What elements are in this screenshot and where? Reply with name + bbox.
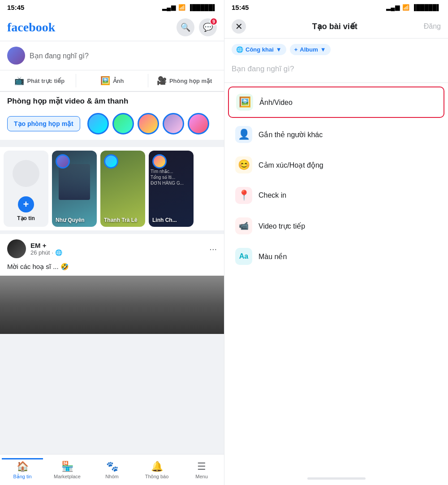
post-action-bar: 📺 Phát trực tiếp 🖼️ Ảnh 🎥 Phòng họp mặt	[0, 70, 224, 92]
create-story-icon: +	[18, 196, 34, 212]
signal-icon: ▂▄▆	[162, 4, 175, 11]
menu-icon: ☰	[197, 461, 206, 472]
emotion-icon-box: 😊	[235, 156, 252, 173]
post-privacy-icon: 🌐	[55, 249, 62, 256]
plus-icon: +	[294, 46, 298, 53]
live-icon: 📺	[14, 76, 24, 86]
home-icon: 🏠	[17, 461, 29, 472]
post-dot: ·	[52, 249, 53, 256]
emotion-icon: 😊	[238, 159, 250, 171]
what-thinking-right[interactable]: Bạn đang nghĩ gì?	[224, 61, 448, 81]
time-left: 15:45	[7, 4, 24, 11]
story-name-1: Như Quyên	[56, 217, 95, 223]
friend-avatar-3	[138, 113, 159, 134]
nav-marketplace[interactable]: 🏪 Marketplace	[45, 455, 90, 485]
story-avatar-1	[56, 154, 70, 169]
post-meta: 26 phút · 🌐	[30, 249, 62, 256]
privacy-button[interactable]: 🌐 Công khai ▼	[232, 44, 286, 55]
friend-avatar-4	[163, 113, 184, 134]
nav-notifications-label: Thông báo	[145, 474, 169, 479]
create-room-button[interactable]: Tạo phòng họp mặt	[7, 116, 80, 131]
nav-home[interactable]: 🏠 Bảng tin	[0, 455, 45, 485]
nav-inactive-bar-3	[136, 458, 177, 459]
nav-inactive-bar-4	[181, 458, 222, 459]
photo-button[interactable]: 🖼️ Ảnh	[76, 72, 148, 89]
checkin-icon: 📍	[238, 190, 250, 201]
notifications-icon: 🔔	[151, 461, 163, 472]
room-button[interactable]: 🎥 Phòng họp mặt	[148, 72, 220, 89]
marketplace-icon: 🏪	[61, 461, 73, 472]
messenger-button[interactable]: 💬 9	[199, 18, 217, 36]
status-bar-right: 15:45 ▂▄▆ 📶 ▐█████▌	[224, 0, 448, 15]
live-video-label: Video trực tiếp	[258, 222, 305, 230]
photo-video-icon-box: 🖼️	[236, 94, 253, 111]
bottom-nav: 🏠 Bảng tin 🏪 Marketplace 🐾 Nhóm 🔔 Thông …	[0, 454, 224, 485]
search-icon: 🔍	[181, 22, 190, 32]
nav-home-label: Bảng tin	[13, 474, 31, 480]
wifi-icon: 📶	[178, 4, 185, 11]
right-panel: 15:45 ▂▄▆ 📶 ▐█████▌ ✕ Tạo bài viết Đăng …	[224, 0, 448, 485]
stories-section: + Tạo tin Như Quyên Thanh Trà Lê Tìm n	[0, 147, 224, 230]
left-panel: 15:45 ▂▄▆ 📶 ▐█████▌ facebook 🔍 💬 9 Bạn đ…	[0, 0, 224, 485]
nav-menu[interactable]: ☰ Menu	[179, 455, 224, 485]
live-label: Phát trực tiếp	[27, 78, 65, 84]
tag-people-icon-box: 👤	[235, 126, 252, 143]
post-avatar	[7, 239, 26, 258]
nav-notifications[interactable]: 🔔 Thông báo	[134, 455, 179, 485]
option-live-video[interactable]: 📹 Video trực tiếp	[228, 211, 444, 241]
stories-row: + Tạo tin Như Quyên Thanh Trà Lê Tìm n	[4, 151, 220, 227]
photo-icon: 🖼️	[100, 76, 110, 86]
close-button[interactable]: ✕	[232, 19, 246, 34]
friend-avatar-2	[112, 113, 134, 134]
meeting-room-section: Phòng họp mặt video & âm thanh Tạo phòng…	[0, 92, 224, 143]
live-button[interactable]: 📺 Phát trực tiếp	[4, 72, 76, 89]
what-thinking-bar[interactable]: Bạn đang nghĩ gì?	[0, 41, 224, 70]
background-label: Màu nền	[258, 252, 287, 261]
album-button[interactable]: + Album ▼	[290, 44, 331, 55]
time-right: 15:45	[232, 4, 249, 11]
bottom-indicator-bar	[307, 477, 366, 480]
signal-icon-right: ▂▄▆	[386, 4, 399, 11]
search-button[interactable]: 🔍	[177, 18, 194, 36]
option-photo-video[interactable]: 🖼️ Ảnh/Video	[228, 87, 444, 118]
checkin-label: Check in	[258, 191, 286, 199]
create-story-card[interactable]: + Tạo tin	[4, 151, 48, 227]
nav-marketplace-label: Marketplace	[54, 474, 81, 479]
story-card-3[interactable]: Tìm nhắc...Tổng số lti...ĐƠN HÀNG G... L…	[149, 151, 194, 227]
post-user-info: EM + 26 phút · 🌐	[7, 239, 62, 258]
story-avatar-2	[104, 154, 118, 169]
post-submit-button[interactable]: Đăng	[424, 22, 441, 30]
nav-groups-label: Nhóm	[105, 474, 118, 479]
content-spacer	[0, 334, 224, 454]
checkin-icon-box: 📍	[235, 187, 252, 204]
battery-icon: ▐█████▌	[188, 4, 217, 11]
option-tag-people[interactable]: 👤 Gắn thẻ người khác	[228, 120, 444, 149]
groups-icon: 🐾	[106, 461, 118, 472]
photo-label: Ảnh	[113, 78, 124, 84]
post-username: EM +	[30, 242, 62, 249]
facebook-logo: facebook	[7, 20, 55, 35]
messenger-badge: 9	[210, 17, 218, 26]
nav-groups[interactable]: 🐾 Nhóm	[90, 455, 134, 485]
option-background[interactable]: Aa Màu nền	[228, 242, 444, 271]
nav-active-indicator	[2, 458, 43, 459]
story-card-2[interactable]: Thanh Trà Lê	[100, 151, 145, 227]
status-bar-left: 15:45 ▂▄▆ 📶 ▐█████▌	[0, 0, 224, 15]
background-icon-box: Aa	[235, 248, 252, 265]
room-friends-row: Tạo phòng họp mặt	[7, 113, 217, 134]
option-checkin[interactable]: 📍 Check in	[228, 181, 444, 210]
nav-menu-label: Menu	[195, 474, 208, 479]
battery-icon-right: ▐█████▌	[412, 4, 441, 11]
story-card-1[interactable]: Như Quyên	[52, 151, 97, 227]
post-text: Mời các hoạ sĩ ... 🤣	[7, 262, 217, 271]
chevron-down-icon: ▼	[276, 46, 282, 53]
post-image	[0, 276, 224, 334]
nav-inactive-bar-2	[91, 458, 133, 459]
option-emotion[interactable]: 😊 Cảm xúc/Hoạt động	[228, 150, 444, 180]
section-header: Phòng họp mặt video & âm thanh	[7, 96, 217, 109]
post-time: 26 phút	[30, 249, 50, 256]
wifi-icon-right: 📶	[402, 4, 409, 11]
more-button[interactable]: ···	[209, 244, 217, 254]
globe-icon: 🌐	[236, 46, 243, 53]
friend-avatar-5	[188, 113, 209, 134]
